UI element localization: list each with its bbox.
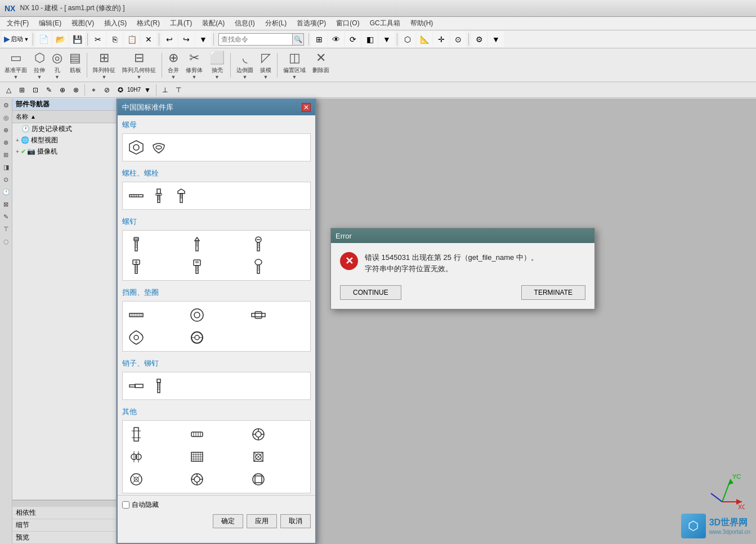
tool-hole[interactable]: ◎ 孔 ▼ xyxy=(50,50,65,81)
left-icon-4[interactable]: ⊗ xyxy=(1,137,12,148)
tab-detail[interactable]: 细节 xyxy=(12,519,116,532)
tb3-btn5[interactable]: ⊕ xyxy=(56,84,69,96)
other-icon-4[interactable] xyxy=(126,447,146,467)
tool-edge-round[interactable]: ◟ 边倒圆 ▼ xyxy=(234,50,256,81)
screw-icon-2[interactable] xyxy=(187,234,207,254)
tool-shell[interactable]: ⬜ 抽壳 ▼ xyxy=(207,50,227,81)
start-button[interactable]: ▶ 启动 ▼ xyxy=(2,32,30,47)
menu-window[interactable]: 窗口(O) xyxy=(332,17,364,29)
tool-pattern[interactable]: ⊞ 阵列特征 ▼ xyxy=(91,50,118,81)
tool-draft[interactable]: ◸ 拔模 ▼ xyxy=(258,50,274,81)
washer-icon-4[interactable] xyxy=(126,327,146,348)
washer-icon-3[interactable] xyxy=(248,305,269,325)
menu-format[interactable]: 格式(R) xyxy=(132,17,164,29)
expand-camera[interactable]: + xyxy=(16,149,19,155)
tb3-btn9[interactable]: ✪ xyxy=(114,84,127,96)
left-icon-12[interactable]: ◌ xyxy=(1,236,12,247)
tab-dependency[interactable]: 相依性 xyxy=(12,507,116,519)
tb3-btn8[interactable]: ⊘ xyxy=(101,84,113,96)
washer-icon-2[interactable] xyxy=(187,305,207,325)
screw-icon-4[interactable] xyxy=(126,257,146,277)
left-icon-6[interactable]: ◨ xyxy=(1,161,12,173)
tb3-btn12[interactable]: ⊥ xyxy=(159,84,171,96)
nut-icon-2[interactable] xyxy=(149,137,169,158)
more2-btn[interactable]: ▼ xyxy=(488,32,504,47)
tree-item-history[interactable]: 🕐 历史记录模式 xyxy=(12,123,116,134)
nut-icon-1[interactable] xyxy=(126,137,146,158)
menu-help[interactable]: 帮助(H) xyxy=(406,17,438,29)
tree-item-model-view[interactable]: + 🌐 模型视图 xyxy=(12,134,116,146)
tb3-btn13[interactable]: ⊤ xyxy=(172,84,185,96)
copy-btn[interactable]: ⎘ xyxy=(107,32,123,47)
bolt-icon-3[interactable] xyxy=(171,186,191,206)
left-icon-1[interactable]: ⚙ xyxy=(1,100,12,111)
select-btn[interactable]: ⊞ xyxy=(311,32,327,47)
tool-trim[interactable]: ✂ 修剪体 ▼ xyxy=(184,50,205,81)
tool-pattern-geo[interactable]: ⊟ 阵列几何特征 ▼ xyxy=(120,50,158,81)
redo-btn[interactable]: ↪ xyxy=(178,32,194,47)
menu-info[interactable]: 信息(I) xyxy=(230,17,259,29)
other-icon-9[interactable] xyxy=(248,469,269,489)
menu-view[interactable]: 视图(V) xyxy=(67,17,99,29)
search-input[interactable] xyxy=(219,34,292,45)
parts-library-close-button[interactable]: ✕ xyxy=(302,103,311,112)
search-button[interactable]: 🔍 xyxy=(292,34,303,45)
measure-btn[interactable]: 📐 xyxy=(417,32,432,47)
auto-hide-checkbox[interactable] xyxy=(122,501,129,509)
tool-offset-region[interactable]: ◫ 偏置区域 ▼ xyxy=(281,50,308,81)
screw-icon-6[interactable] xyxy=(248,257,269,277)
tb3-btn7[interactable]: ⌖ xyxy=(87,84,100,96)
tb3-btn2[interactable]: ⊞ xyxy=(16,84,28,96)
bolt-icon-1[interactable] xyxy=(126,186,146,206)
snap-btn[interactable]: ⊙ xyxy=(450,32,466,47)
confirm-button[interactable]: 确定 xyxy=(213,514,243,528)
menu-insert[interactable]: 插入(S) xyxy=(100,17,131,29)
tool-base-plane[interactable]: ▭ 基准平面 ▼ xyxy=(2,50,29,81)
other-icon-3[interactable] xyxy=(248,424,269,444)
washer-icon-5[interactable] xyxy=(187,327,207,348)
left-icon-7[interactable]: ⊙ xyxy=(1,174,12,185)
cancel-button[interactable]: 取消 xyxy=(280,514,311,528)
move-btn[interactable]: ✛ xyxy=(433,32,449,47)
render1-btn[interactable]: ▼ xyxy=(379,32,395,47)
tb3-btn11[interactable]: ▼ xyxy=(141,84,154,96)
left-icon-3[interactable]: ⊕ xyxy=(1,124,12,136)
other-icon-7[interactable] xyxy=(126,469,146,489)
left-icon-2[interactable]: ◎ xyxy=(1,112,12,123)
save-btn[interactable]: 💾 xyxy=(69,32,85,47)
rotate-btn[interactable]: ⟳ xyxy=(345,32,361,47)
menu-gc[interactable]: GC工具箱 xyxy=(365,17,405,29)
undo-btn[interactable]: ↩ xyxy=(162,32,177,47)
screw-icon-1[interactable] xyxy=(126,234,146,254)
open-btn[interactable]: 📂 xyxy=(52,32,68,47)
tab-preview[interactable]: 预览 xyxy=(12,532,116,544)
tb3-btn1[interactable]: △ xyxy=(2,84,15,96)
washer-icon-1[interactable] xyxy=(126,305,146,325)
menu-analysis[interactable]: 分析(L) xyxy=(261,17,292,29)
paste-btn[interactable]: 📋 xyxy=(124,32,140,47)
apply-button[interactable]: 应用 xyxy=(247,514,277,528)
screw-icon-3[interactable] xyxy=(248,234,269,254)
tool-unite[interactable]: ⊕ 合并 ▼ xyxy=(165,50,181,81)
menu-edit[interactable]: 编辑(E) xyxy=(34,17,66,29)
pin-icon-2[interactable] xyxy=(149,376,169,396)
cut-btn[interactable]: ✂ xyxy=(90,32,106,47)
continue-button[interactable]: CONTINUE xyxy=(340,285,401,300)
left-icon-8[interactable]: 🕐 xyxy=(1,186,12,197)
tb3-btn10[interactable]: 10H7 xyxy=(128,84,140,96)
left-icon-5[interactable]: ⊞ xyxy=(1,149,12,160)
menu-file[interactable]: 文件(F) xyxy=(2,17,33,29)
left-icon-11[interactable]: ⊤ xyxy=(1,223,12,235)
tb3-btn4[interactable]: ✎ xyxy=(43,84,55,96)
shade-btn[interactable]: ◧ xyxy=(362,32,378,47)
render2-btn[interactable]: ⬡ xyxy=(400,32,415,47)
pin-icon-1[interactable] xyxy=(126,376,146,396)
delete-btn[interactable]: ✕ xyxy=(141,32,156,47)
more-btn[interactable]: ▼ xyxy=(195,32,211,47)
view-btn[interactable]: 👁 xyxy=(328,32,344,47)
left-icon-10[interactable]: ✎ xyxy=(1,211,12,222)
side-scrollbar[interactable] xyxy=(12,500,116,507)
screw-icon-5[interactable] xyxy=(187,257,207,277)
left-icon-9[interactable]: ⊠ xyxy=(1,199,12,210)
tb3-btn6[interactable]: ⊗ xyxy=(70,84,82,96)
